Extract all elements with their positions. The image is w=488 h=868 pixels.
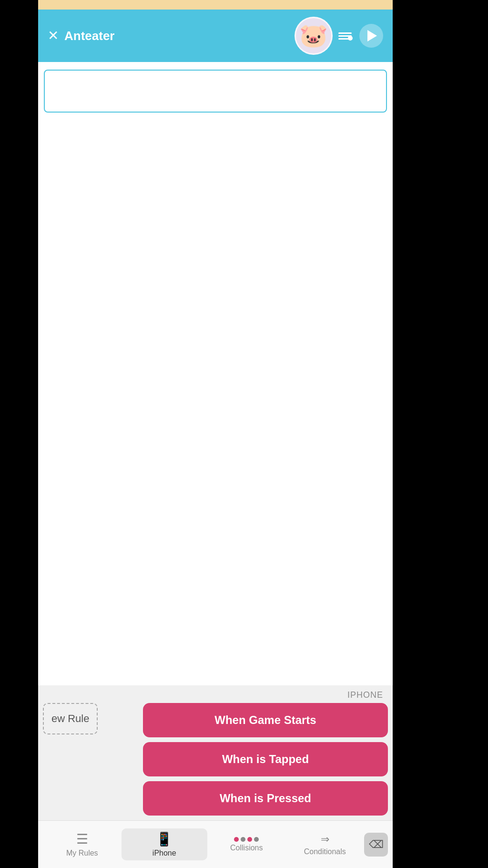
content-area: IPHONE ew Rule When Game Starts When is …	[38, 62, 393, 868]
tab-bar: ☰ My Rules 📱 iPhone Collisions ⇒ Conditi…	[38, 820, 393, 868]
delete-button[interactable]: ⌫	[364, 833, 388, 857]
tab-my-rules[interactable]: ☰ My Rules	[43, 831, 122, 858]
header: ✕ Anteater 🐷	[38, 10, 393, 62]
when-is-tapped-button[interactable]: When is Tapped	[143, 742, 388, 776]
cdot3	[247, 837, 252, 842]
page-title: Anteater	[64, 29, 289, 43]
my-rules-icon: ☰	[76, 831, 88, 847]
iphone-icon: 📱	[156, 831, 173, 847]
new-rule-box[interactable]: ew Rule	[43, 703, 98, 734]
when-is-pressed-button[interactable]: When is Pressed	[143, 781, 388, 816]
cdot4	[254, 837, 259, 842]
status-bar	[38, 0, 393, 10]
header-icons	[338, 24, 383, 48]
menu-icon[interactable]	[338, 32, 352, 40]
cdot2	[241, 837, 245, 842]
delete-icon: ⌫	[369, 838, 384, 851]
new-rule-label: ew Rule	[51, 713, 89, 724]
main-container: ✕ Anteater 🐷 IPHONE	[38, 0, 393, 868]
collisions-label: Collisions	[230, 844, 263, 852]
line1	[338, 32, 352, 34]
iphone-label: iPhone	[152, 849, 176, 858]
section-label: IPHONE	[38, 685, 393, 703]
canvas-area	[38, 120, 393, 685]
avatar[interactable]: 🐷	[295, 17, 333, 55]
tab-collisions[interactable]: Collisions	[207, 837, 286, 852]
when-game-starts-button[interactable]: When Game Starts	[143, 703, 388, 737]
conditionals-label: Conditionals	[304, 847, 346, 856]
tab-conditionals[interactable]: ⇒ Conditionals	[286, 833, 365, 856]
rule-buttons-area: ew Rule When Game Starts When is Tapped …	[38, 703, 393, 820]
new-rule-area: ew Rule	[43, 703, 138, 816]
avatar-image: 🐷	[299, 22, 328, 49]
bottom-panel: IPHONE ew Rule When Game Starts When is …	[38, 685, 393, 820]
dot-indicator	[348, 36, 353, 41]
rule-input-box[interactable]	[44, 70, 387, 113]
my-rules-label: My Rules	[66, 849, 98, 858]
conditionals-icon: ⇒	[321, 833, 329, 846]
play-button[interactable]	[359, 24, 383, 48]
cdot1	[234, 837, 239, 842]
rule-buttons-column: When Game Starts When is Tapped When is …	[143, 703, 388, 816]
tab-iphone[interactable]: 📱 iPhone	[122, 828, 208, 860]
collisions-icon	[234, 837, 259, 842]
play-icon	[367, 30, 377, 41]
close-button[interactable]: ✕	[48, 29, 59, 42]
